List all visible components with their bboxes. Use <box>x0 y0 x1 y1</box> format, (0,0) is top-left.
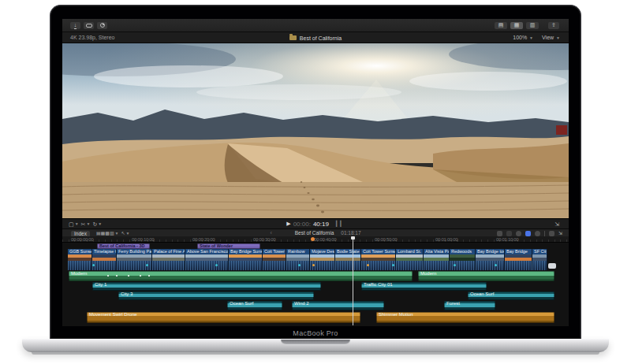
loop-range-icon[interactable]: ▎▎ <box>336 221 345 227</box>
collapsed-clip-indicator[interactable] <box>548 263 556 269</box>
share-icon[interactable]: ⇧ <box>548 22 559 29</box>
video-clip[interactable]: Bay Bridge toward SF <box>476 249 505 261</box>
audio-waveform-segment[interactable] <box>263 261 286 270</box>
status-bar: 4K 23.98p, Stereo Best of California 100… <box>62 32 569 43</box>
ambience-clip[interactable]: City 3 <box>118 292 314 300</box>
video-clip[interactable]: Palace of Fine Arts <box>152 249 185 261</box>
music-keyframe-dot[interactable] <box>140 275 141 277</box>
video-clip-name: Redwoods <box>450 249 475 254</box>
ambience-clip[interactable]: Ocean Surf <box>227 301 282 310</box>
timecode-dim: 00:00: <box>293 221 311 228</box>
title-clip[interactable]: State of Wonder <box>197 243 260 249</box>
play-icon[interactable]: ▶ <box>286 221 290 227</box>
effects-icon[interactable] <box>549 231 554 236</box>
video-clip[interactable]: Mojave Desert <box>310 249 335 261</box>
timecode-current: 40:19 <box>313 221 329 228</box>
music-keyframe-dot[interactable] <box>128 275 129 277</box>
music-clip[interactable]: Modern <box>69 271 413 281</box>
audio-waveform-segment[interactable] <box>68 261 92 270</box>
audio-waveform-segment[interactable] <box>505 261 532 270</box>
ambience-clip[interactable]: Traffic City 01 <box>361 282 487 291</box>
video-clip-thumbnail <box>92 254 116 261</box>
music-keyframe-dot[interactable] <box>116 275 118 277</box>
snapping-icon[interactable] <box>525 231 531 236</box>
timeline-toolbar: Index ▤▦▩▥▼ ↖▼ ‹ Best of California 01:1… <box>62 228 569 236</box>
video-clip[interactable]: GGB Sunset <box>68 249 92 261</box>
macbook-hero: ↓ ▤ ▦ ▥ ⇧ 4K 23.98p, Stereo Best of Cali… <box>0 0 631 364</box>
video-clip[interactable]: Lombard St. <box>396 249 424 261</box>
audio-keyframe-dot[interactable] <box>454 264 456 266</box>
video-clip[interactable]: Coit Tower <box>263 249 286 261</box>
audio-waveform-segment[interactable] <box>92 261 117 270</box>
audio-waveform-segment[interactable] <box>152 261 185 270</box>
music-keyframe-dot[interactable] <box>148 275 150 277</box>
audio-keyframe-dot[interactable] <box>367 264 369 266</box>
video-clip-thumbnail <box>450 254 475 261</box>
audio-waveform-segment[interactable] <box>185 261 229 270</box>
viewer-layout-icon[interactable]: ▦ <box>510 22 523 29</box>
view-menu[interactable]: View ▼ <box>542 35 562 42</box>
project-duration: 01:18:17 <box>341 230 360 236</box>
ambience-clip[interactable]: Forest <box>444 301 495 310</box>
video-clip-thumbnail <box>117 254 151 261</box>
sfx-clip[interactable]: Movement Swirl Drone <box>87 312 360 323</box>
audio-keyframe-dot[interactable] <box>298 264 301 266</box>
inspector-layout-icon[interactable]: ▥ <box>526 22 539 29</box>
music-clip[interactable]: Modern <box>418 271 554 281</box>
skimming-icon[interactable] <box>497 231 502 236</box>
sfx-clip[interactable]: Shimmer Motion <box>376 312 554 323</box>
timeline-marker-icon[interactable] <box>311 237 315 241</box>
audio-keyframe-dot[interactable] <box>495 264 497 266</box>
video-clip[interactable]: Bay Bridge <box>505 249 532 261</box>
audio-keyframe-dot[interactable] <box>312 264 315 266</box>
audio-waveform-segment[interactable] <box>396 261 424 270</box>
browser-layout-icon[interactable]: ▤ <box>495 22 507 29</box>
video-clip-name: Ferry Building Part 2 <box>117 249 151 254</box>
video-clip[interactable]: Alta Vista Park <box>424 249 450 261</box>
audio-waveform-segment[interactable] <box>476 261 505 270</box>
video-clip[interactable]: Bodie State Park <box>335 249 361 261</box>
voiceover-icon[interactable] <box>535 231 540 236</box>
viewer[interactable] <box>62 43 569 218</box>
background-tasks-icon[interactable] <box>97 22 107 29</box>
keyword-icon[interactable] <box>84 22 94 29</box>
viewer-red-object <box>556 125 567 135</box>
video-clip[interactable]: Coit Tower Sunset <box>361 249 396 261</box>
video-clip-thumbnail <box>185 254 228 261</box>
audio-keyframe-dot[interactable] <box>92 264 95 266</box>
video-clip[interactable]: Timelapse GGB <box>92 249 117 261</box>
music-keyframe-dot[interactable] <box>107 275 109 277</box>
import-icon[interactable]: ↓ <box>70 22 80 29</box>
video-clip[interactable]: Rainbow <box>286 249 310 261</box>
video-clip-name: Palace of Fine Arts <box>152 249 185 254</box>
audio-waveform-segment[interactable] <box>229 261 263 270</box>
video-clip[interactable]: SF City <box>532 249 547 261</box>
ambience-clip[interactable]: Wind 2 <box>292 301 384 310</box>
solo-icon[interactable] <box>516 231 521 236</box>
audio-waveform-segment[interactable] <box>335 261 361 270</box>
zoom-menu[interactable]: 100% ▼ <box>513 35 536 42</box>
video-clip-thumbnail <box>505 254 532 261</box>
audio-keyframe-dot[interactable] <box>392 264 394 266</box>
video-clip[interactable]: Ferry Building Part 2 <box>117 249 152 261</box>
audio-skimming-icon[interactable] <box>506 231 512 236</box>
video-clip-thumbnail <box>424 254 449 261</box>
video-clip[interactable]: Redwoods <box>450 249 476 261</box>
ambience-clip[interactable]: Ocean Surf <box>468 292 554 300</box>
timeline-ruler[interactable]: 00:00:00:0000:00:10:0000:00:20:0000:00:3… <box>62 236 569 243</box>
fcp-window: ↓ ▤ ▦ ▥ ⇧ 4K 23.98p, Stereo Best of Cali… <box>62 19 569 326</box>
ambience-clip[interactable]: City 1 <box>92 282 321 291</box>
title-clip[interactable]: Best of California - 3D <box>97 243 150 249</box>
viewer-expand-icon[interactable]: ⇲ <box>554 221 559 228</box>
back-chevron[interactable]: ‹ <box>270 230 271 236</box>
playhead[interactable] <box>353 236 353 325</box>
app-toolbar: ↓ ▤ ▦ ▥ ⇧ <box>62 19 569 32</box>
audio-keyframe-dot[interactable] <box>215 264 218 266</box>
video-clip-thumbnail <box>476 254 504 261</box>
video-clip[interactable]: Above San Francisco <box>185 249 229 261</box>
audio-waveform-segment[interactable] <box>424 261 450 270</box>
audio-waveform-segment[interactable] <box>532 261 547 270</box>
video-clip[interactable]: Bay Bridge Sunset <box>229 249 263 261</box>
audio-keyframe-dot[interactable] <box>146 264 148 266</box>
video-clip-name: Bay Bridge toward SF <box>476 249 504 254</box>
